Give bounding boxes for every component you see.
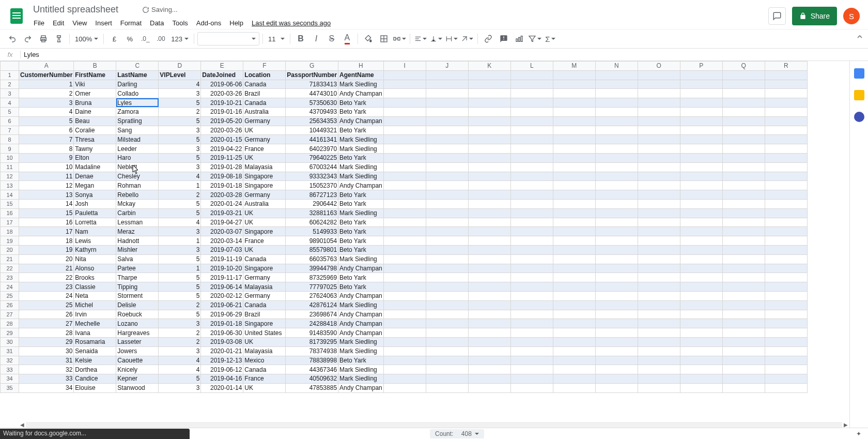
cell[interactable]: [426, 374, 468, 384]
cell[interactable]: [468, 245, 510, 254]
cell[interactable]: [638, 356, 680, 365]
cell[interactable]: [383, 89, 426, 98]
cell[interactable]: Beto Yark: [338, 199, 384, 208]
cell[interactable]: [765, 227, 807, 236]
cell[interactable]: Brooks: [74, 273, 116, 282]
cell[interactable]: [553, 144, 595, 154]
cell[interactable]: [426, 172, 468, 181]
cell[interactable]: 3: [159, 162, 201, 172]
cell[interactable]: [426, 107, 468, 116]
cell[interactable]: Mexico: [243, 356, 286, 365]
cell[interactable]: [595, 300, 638, 310]
cell[interactable]: Neta: [74, 291, 116, 300]
cell[interactable]: Hargreaves: [116, 328, 159, 338]
cell[interactable]: 2020-01-24: [201, 199, 243, 208]
cell[interactable]: [426, 126, 468, 135]
cell[interactable]: 4: [159, 356, 201, 365]
cell[interactable]: [595, 135, 638, 144]
row-header-7[interactable]: 7: [1, 126, 19, 135]
cell[interactable]: [680, 135, 722, 144]
cell[interactable]: [426, 328, 468, 338]
row-header-22[interactable]: 22: [1, 264, 19, 273]
cell[interactable]: [383, 300, 426, 310]
cell[interactable]: Malayasia: [243, 346, 286, 356]
cell[interactable]: [595, 374, 638, 384]
cell[interactable]: [638, 144, 680, 154]
cell[interactable]: [680, 254, 722, 264]
cell[interactable]: [765, 374, 807, 384]
cell[interactable]: 24288418: [286, 319, 338, 328]
cell[interactable]: [510, 374, 553, 384]
cell[interactable]: Germany: [243, 116, 286, 126]
cell[interactable]: [638, 282, 680, 292]
cell[interactable]: Beto Yark: [338, 153, 384, 162]
fill-color-button[interactable]: [361, 32, 376, 46]
header-cell[interactable]: [468, 70, 510, 80]
cell[interactable]: [680, 126, 722, 135]
cell[interactable]: [553, 356, 595, 365]
cell[interactable]: [765, 80, 807, 89]
selection-summary[interactable]: Count: 408: [430, 429, 484, 438]
keep-icon[interactable]: [854, 90, 864, 100]
cell[interactable]: Beto Yark: [338, 218, 384, 227]
cell[interactable]: [680, 98, 722, 108]
cell[interactable]: [553, 126, 595, 135]
cell[interactable]: Rebello: [116, 190, 159, 200]
cell[interactable]: [510, 264, 553, 273]
cell[interactable]: [765, 135, 807, 144]
cell[interactable]: Jowers: [116, 346, 159, 356]
cell[interactable]: 78838998: [286, 356, 338, 365]
cell[interactable]: [510, 190, 553, 200]
cell[interactable]: 2: [159, 337, 201, 346]
cell[interactable]: UK: [243, 383, 286, 392]
cell[interactable]: [468, 199, 510, 208]
cell[interactable]: [765, 383, 807, 392]
cell[interactable]: [765, 208, 807, 218]
cell[interactable]: 2019-06-14: [201, 282, 243, 292]
cell[interactable]: 5: [159, 208, 201, 218]
cell[interactable]: Brazil: [243, 89, 286, 98]
cell[interactable]: [468, 365, 510, 374]
cell[interactable]: 5: [159, 374, 201, 384]
cell[interactable]: 25634353: [286, 116, 338, 126]
column-header-G[interactable]: G: [286, 62, 338, 71]
cell[interactable]: Lewis: [74, 236, 116, 246]
cell[interactable]: [553, 218, 595, 227]
cell[interactable]: Beto Yark: [338, 236, 384, 246]
cell[interactable]: 27624063: [286, 291, 338, 300]
row-header-31[interactable]: 31: [1, 346, 19, 356]
cell[interactable]: 4: [159, 218, 201, 227]
cell[interactable]: 26: [19, 310, 74, 319]
header-cell[interactable]: PassportNumber: [286, 70, 338, 80]
cell[interactable]: 2019-11-25: [201, 153, 243, 162]
cell[interactable]: Mechelle: [74, 319, 116, 328]
cell[interactable]: [638, 310, 680, 319]
cell[interactable]: [468, 135, 510, 144]
cell[interactable]: [765, 172, 807, 181]
cell[interactable]: [765, 282, 807, 292]
cell[interactable]: [426, 227, 468, 236]
cell[interactable]: [638, 98, 680, 108]
menu-add-ons[interactable]: Add-ons: [193, 17, 225, 29]
cell[interactable]: Haro: [116, 153, 159, 162]
cell[interactable]: [722, 162, 765, 172]
cell[interactable]: [510, 89, 553, 98]
cell[interactable]: [510, 135, 553, 144]
cell[interactable]: 2: [19, 89, 74, 98]
header-cell[interactable]: VIPLevel: [159, 70, 201, 80]
cell[interactable]: [553, 264, 595, 273]
cell[interactable]: [553, 273, 595, 282]
cell[interactable]: [638, 346, 680, 356]
font-family-dropdown[interactable]: [197, 32, 259, 46]
cell[interactable]: Irvin: [74, 310, 116, 319]
cell[interactable]: [680, 365, 722, 374]
cell[interactable]: [383, 135, 426, 144]
cell[interactable]: [383, 337, 426, 346]
cell[interactable]: Knicely: [116, 365, 159, 374]
cell[interactable]: 5: [159, 310, 201, 319]
cell[interactable]: 4: [159, 172, 201, 181]
cell[interactable]: [510, 199, 553, 208]
merge-cells-button[interactable]: [392, 32, 407, 46]
row-header-9[interactable]: 9: [1, 144, 19, 154]
cell[interactable]: [595, 98, 638, 108]
